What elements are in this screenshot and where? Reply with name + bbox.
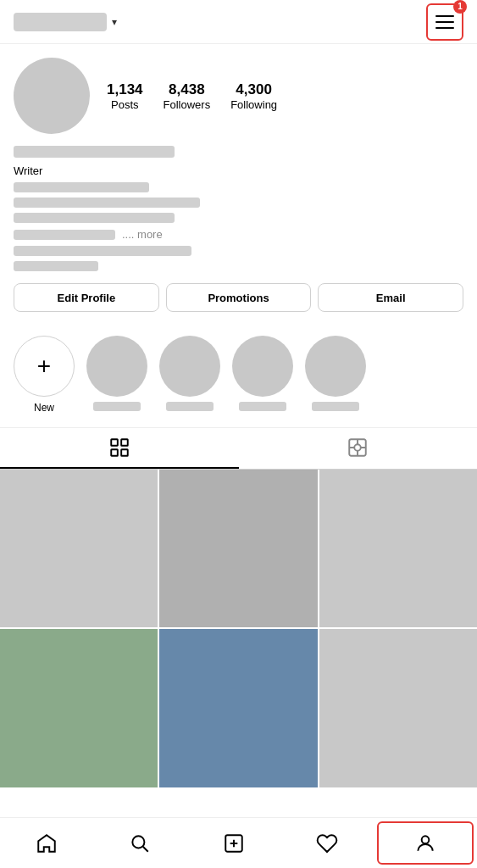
story-circle-3[interactable] <box>232 336 293 397</box>
svg-rect-3 <box>121 449 128 456</box>
story-item-1[interactable] <box>86 336 147 414</box>
tab-grid[interactable] <box>0 428 239 469</box>
nav-home[interactable] <box>0 818 93 868</box>
home-icon <box>36 832 58 854</box>
story-circle-2[interactable] <box>159 336 220 397</box>
heart-icon <box>316 832 338 854</box>
bio-more[interactable]: .... more <box>122 228 163 241</box>
grid-icon <box>108 437 130 459</box>
new-story-item[interactable]: + New <box>14 336 75 414</box>
svg-rect-1 <box>121 439 128 446</box>
posts-stat: 1,134 Posts <box>107 81 143 111</box>
nav-search[interactable] <box>93 818 186 868</box>
bio-role: Writer <box>14 164 463 177</box>
grid-section <box>0 470 477 787</box>
bottom-nav <box>0 817 477 868</box>
plus-icon: + <box>37 354 51 378</box>
story-item-2[interactable] <box>159 336 220 414</box>
username-placeholder <box>14 13 107 31</box>
story-circle-1[interactable] <box>86 336 147 397</box>
chevron-down-icon: ▾ <box>112 16 117 28</box>
avatar[interactable] <box>14 58 90 134</box>
nav-activity[interactable] <box>280 818 374 868</box>
story-label-4 <box>312 402 359 411</box>
grid-cell-3[interactable] <box>319 470 477 627</box>
story-circle-4[interactable] <box>305 336 366 397</box>
story-item-4[interactable] <box>305 336 366 414</box>
promotions-button[interactable]: Promotions <box>166 283 312 312</box>
followers-count: 8,438 <box>169 81 205 98</box>
nav-profile[interactable] <box>377 821 474 865</box>
search-icon <box>129 832 151 854</box>
bio-line-4 <box>14 230 115 240</box>
posts-count: 1,134 <box>107 81 143 98</box>
bio-line-2 <box>14 198 200 208</box>
tagged-icon <box>347 437 369 459</box>
svg-point-15 <box>422 836 430 843</box>
hamburger-icon <box>435 15 454 29</box>
profile-section: 1,134 Posts 8,438 Followers 4,300 Follow… <box>0 44 477 336</box>
svg-rect-2 <box>111 449 118 456</box>
following-count: 4,300 <box>236 81 272 98</box>
nav-post[interactable] <box>186 818 280 868</box>
posts-label: Posts <box>111 98 139 111</box>
followers-label: Followers <box>164 98 211 111</box>
tab-tagged[interactable] <box>239 428 478 469</box>
bio-line-3 <box>14 213 175 223</box>
bio-section: Writer .... more <box>14 146 463 271</box>
grid-cell-6[interactable] <box>319 629 477 787</box>
tabs-row <box>0 427 477 470</box>
grid-cell-2[interactable] <box>159 470 317 627</box>
following-label: Following <box>230 98 277 111</box>
grid-cell-1[interactable] <box>0 470 158 627</box>
grid-cell-5[interactable] <box>159 629 317 787</box>
profile-icon <box>414 832 436 854</box>
following-stat[interactable]: 4,300 Following <box>230 81 277 111</box>
bio-line-1 <box>14 182 149 192</box>
bio-name-placeholder <box>14 146 175 158</box>
svg-line-11 <box>143 846 148 851</box>
story-label-2 <box>166 402 214 411</box>
story-label-1 <box>93 402 141 411</box>
username-area[interactable]: ▾ <box>14 13 117 31</box>
svg-rect-0 <box>111 439 118 446</box>
new-story-label: New <box>34 402 54 414</box>
stories-row: + New <box>0 336 477 427</box>
email-button[interactable]: Email <box>318 283 463 312</box>
grid-cell-4[interactable] <box>0 629 158 787</box>
profile-top: 1,134 Posts 8,438 Followers 4,300 Follow… <box>14 58 463 134</box>
story-label-3 <box>239 402 286 411</box>
followers-stat[interactable]: 8,438 Followers <box>164 81 211 111</box>
notification-badge: 1 <box>453 0 467 14</box>
action-buttons: Edit Profile Promotions Email <box>14 283 463 312</box>
bio-line-5 <box>14 246 191 256</box>
bio-line-6 <box>14 261 98 271</box>
post-icon <box>223 832 245 854</box>
new-story-circle[interactable]: + <box>14 336 75 397</box>
svg-point-10 <box>133 836 145 848</box>
svg-point-5 <box>354 444 361 451</box>
header: ▾ 1 <box>0 0 477 44</box>
menu-button[interactable]: 1 <box>426 3 463 41</box>
story-item-3[interactable] <box>232 336 293 414</box>
edit-profile-button[interactable]: Edit Profile <box>14 283 159 312</box>
stats-row: 1,134 Posts 8,438 Followers 4,300 Follow… <box>107 81 463 111</box>
